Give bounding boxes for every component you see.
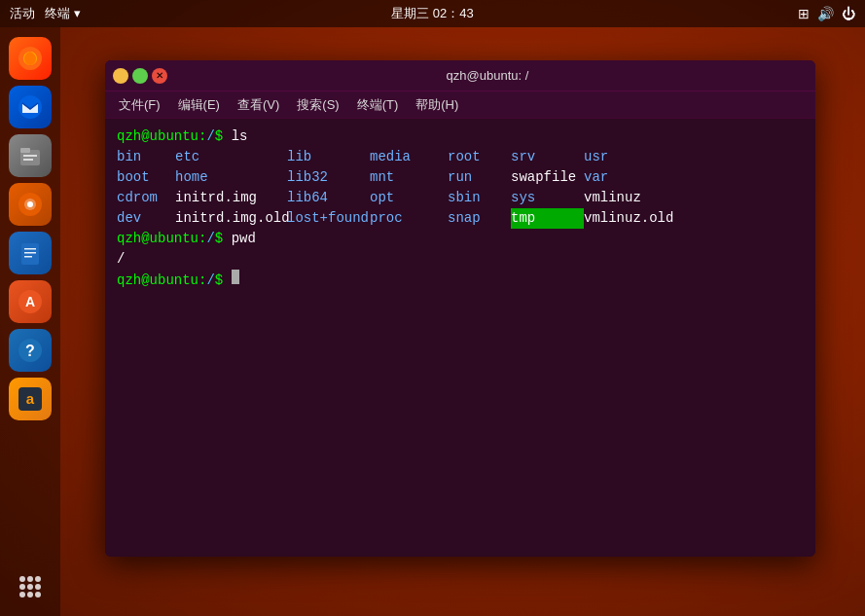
svg-rect-5 <box>23 155 37 157</box>
ls-lostfound: lost+found <box>287 208 370 229</box>
ls-srv: srv <box>511 147 584 167</box>
ls-sys: sys <box>511 188 584 208</box>
prompt-dollar-2: $ <box>215 229 232 249</box>
ls-media: media <box>370 147 448 167</box>
prompt-dollar-1: $ <box>215 127 232 147</box>
dock-icon-software[interactable]: A <box>9 280 52 323</box>
svg-text:?: ? <box>25 343 35 359</box>
terminal-line-3: qzh@ubuntu:/$ <box>117 270 804 291</box>
cmd-ls: ls <box>232 127 248 147</box>
pwd-result: / <box>117 249 125 270</box>
ls-opt: opt <box>370 188 448 208</box>
volume-icon[interactable]: 🔊 <box>817 6 834 21</box>
ls-output-row2: boot home lib32 mnt run swapfile var <box>117 167 804 188</box>
power-icon[interactable]: ⏻ <box>842 6 855 21</box>
minimize-button[interactable] <box>113 68 128 84</box>
prompt-path-2: / <box>206 229 214 249</box>
ls-home: home <box>175 167 287 188</box>
ls-tmp: tmp <box>511 208 584 229</box>
dock-icon-help[interactable]: ? <box>9 329 52 372</box>
ls-output-row3: cdrom initrd.img lib64 opt sbin sys vmli… <box>117 188 804 208</box>
ls-boot: boot <box>117 167 175 188</box>
dock-icon-firefox[interactable] <box>9 37 52 80</box>
ls-mnt: mnt <box>370 167 448 188</box>
terminal-menu-label[interactable]: 终端 ▾ <box>45 5 81 22</box>
dock-icon-thunderbird[interactable] <box>9 86 52 128</box>
dock-icon-rhythmbox[interactable] <box>9 183 52 226</box>
ls-cdrom: cdrom <box>117 188 175 208</box>
svg-rect-6 <box>23 159 33 161</box>
menu-file[interactable]: 文件(F) <box>111 94 168 116</box>
menu-view[interactable]: 查看(V) <box>230 94 287 116</box>
svg-rect-10 <box>21 243 39 265</box>
svg-rect-11 <box>24 248 36 250</box>
pwd-output: / <box>117 249 804 270</box>
menu-help[interactable]: 帮助(H) <box>408 94 466 116</box>
terminal-titlebar: ✕ qzh@ubuntu: / <box>105 60 815 91</box>
svg-rect-13 <box>24 256 32 258</box>
svg-text:A: A <box>25 294 35 309</box>
dock-icon-writer[interactable] <box>9 232 52 274</box>
ls-initrd-img-old: initrd.img.old <box>175 208 287 229</box>
ls-output-row4: dev initrd.img.old lost+found proc snap … <box>117 208 804 229</box>
terminal-line-2: qzh@ubuntu:/$ pwd <box>117 229 804 249</box>
ls-usr: usr <box>584 147 608 167</box>
menu-search[interactable]: 搜索(S) <box>289 94 346 116</box>
ls-lib64: lib64 <box>287 188 370 208</box>
top-panel: 活动 终端 ▾ 星期三 02：43 ⊞ 🔊 ⏻ <box>0 0 865 27</box>
desktop: 活动 终端 ▾ 星期三 02：43 ⊞ 🔊 ⏻ <box>0 0 865 616</box>
svg-text:a: a <box>26 390 35 407</box>
terminal-line-1: qzh@ubuntu:/$ ls <box>117 127 804 147</box>
dock: A ? a <box>0 27 60 616</box>
svg-rect-4 <box>20 148 30 153</box>
ls-run: run <box>448 167 511 188</box>
top-panel-right: ⊞ 🔊 ⏻ <box>798 6 855 21</box>
ls-etc: etc <box>175 147 287 167</box>
ls-lib: lib <box>287 147 370 167</box>
prompt-user-2: qzh@ubuntu <box>117 229 198 249</box>
ls-vmlinuz-old: vmlinuz.old <box>584 208 673 229</box>
cmd-pwd: pwd <box>232 229 256 249</box>
top-panel-left: 活动 终端 ▾ <box>10 5 81 22</box>
dock-icon-amazon[interactable]: a <box>9 378 52 420</box>
terminal-window: ✕ qzh@ubuntu: / 文件(F) 编辑(E) 查看(V) 搜索(S) … <box>105 60 815 557</box>
ls-vmlinuz: vmlinuz <box>584 188 641 208</box>
prompt-user-3: qzh@ubuntu <box>117 271 198 291</box>
ls-swapfile: swapfile <box>511 167 584 188</box>
ls-output-row1: bin etc lib media root srv usr <box>117 147 804 167</box>
terminal-menubar: 文件(F) 编辑(E) 查看(V) 搜索(S) 终端(T) 帮助(H) <box>105 91 815 119</box>
prompt-colon-1: : <box>198 127 206 147</box>
svg-point-9 <box>27 201 33 207</box>
dock-show-apps[interactable] <box>9 565 52 608</box>
ls-dev: dev <box>117 208 175 229</box>
ls-root: root <box>448 147 511 167</box>
ls-initrd-img: initrd.img <box>175 188 287 208</box>
activities-label[interactable]: 活动 <box>10 5 35 22</box>
network-icon[interactable]: ⊞ <box>798 6 810 21</box>
ls-lib32: lib32 <box>287 167 370 188</box>
terminal-title: qzh@ubuntu: / <box>167 68 808 83</box>
prompt-colon-2: : <box>198 229 206 249</box>
ls-snap: snap <box>448 208 511 229</box>
menu-terminal[interactable]: 终端(T) <box>349 94 407 116</box>
prompt-colon-3: : <box>198 271 206 291</box>
svg-rect-12 <box>24 252 36 254</box>
titlebar-controls: ✕ <box>113 68 167 84</box>
dock-icon-files[interactable] <box>9 134 52 177</box>
terminal-content[interactable]: qzh@ubuntu:/$ ls bin etc lib media root … <box>105 119 815 557</box>
prompt-dollar-3: $ <box>215 271 232 291</box>
prompt-path-3: / <box>206 271 214 291</box>
terminal-cursor <box>232 270 239 284</box>
datetime-label: 星期三 02：43 <box>391 5 474 22</box>
ls-proc: proc <box>370 208 448 229</box>
prompt-user-1: qzh@ubuntu <box>117 127 198 147</box>
menu-edit[interactable]: 编辑(E) <box>170 94 228 116</box>
close-button[interactable]: ✕ <box>152 68 167 84</box>
prompt-path-1: / <box>206 127 214 147</box>
ls-bin: bin <box>117 147 175 167</box>
ls-var: var <box>584 167 608 188</box>
ls-sbin: sbin <box>448 188 511 208</box>
maximize-button[interactable] <box>132 68 148 84</box>
svg-point-2 <box>18 95 42 119</box>
